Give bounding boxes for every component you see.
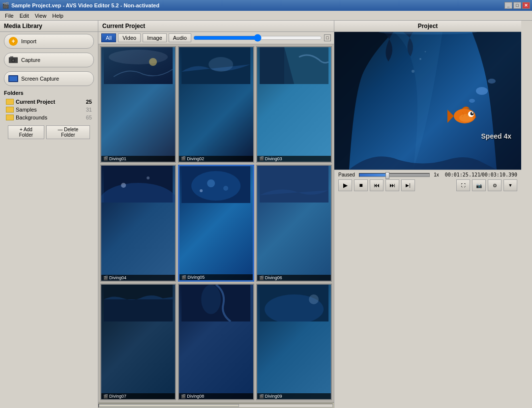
svg-rect-22 <box>104 299 173 321</box>
svg-point-5 <box>109 50 168 64</box>
svg-point-24 <box>201 285 221 314</box>
window-controls: _ □ ✕ <box>504 2 530 9</box>
speed-overlay-text: Speed 4x <box>481 132 511 140</box>
svg-point-17 <box>207 179 215 187</box>
svg-point-19 <box>200 189 203 192</box>
media-item-diving02[interactable]: 🎬 Diving02 <box>178 46 254 163</box>
svg-rect-20 <box>260 166 328 203</box>
menu-help[interactable]: Help <box>49 12 66 20</box>
filter-image[interactable]: Image <box>143 33 167 42</box>
svg-point-8 <box>208 57 233 72</box>
svg-point-39 <box>472 112 473 114</box>
svg-point-32 <box>412 70 414 73</box>
seek-bar[interactable] <box>359 173 430 177</box>
filter-all[interactable]: All <box>101 33 116 42</box>
svg-point-30 <box>488 79 496 84</box>
svg-point-27 <box>309 294 319 304</box>
preview-area: Speed 4x <box>334 32 521 170</box>
menu-file[interactable]: File <box>2 12 17 20</box>
expand-button[interactable]: ▼ <box>503 179 517 191</box>
media-item-diving04[interactable]: 🎬 Diving04 <box>100 165 176 282</box>
svg-point-3 <box>12 59 15 62</box>
media-item-diving05[interactable]: 🎬 Diving05 <box>178 165 254 282</box>
folder-backgrounds[interactable]: Backgrounds 65 <box>4 114 94 121</box>
add-folder-button[interactable]: + Add Folder <box>8 125 44 139</box>
import-button[interactable]: + Import <box>4 34 94 49</box>
filter-video[interactable]: Video <box>118 33 141 42</box>
media-item-diving06[interactable]: 🎬 Diving06 <box>256 165 332 282</box>
center-panel: Current Project All Video Image Audio □ … <box>98 21 334 408</box>
folders-section: Folders Current Project 25 Samples 31 Ba… <box>0 88 98 143</box>
screen-capture-button[interactable]: Screen Capture <box>4 71 94 86</box>
size-slider[interactable] <box>193 35 322 41</box>
cave-overlay <box>334 32 521 170</box>
fullscreen-button[interactable]: ⛶ <box>456 179 470 191</box>
svg-point-29 <box>476 87 488 95</box>
stop-button[interactable]: ■ <box>354 179 368 191</box>
svg-point-34 <box>425 51 426 53</box>
screen-capture-icon <box>8 74 18 84</box>
prev-frame-button[interactable]: ⏮ <box>370 179 384 191</box>
menubar: File Edit View Help <box>0 11 532 21</box>
media-item-diving07[interactable]: 🎬 Diving07 <box>100 284 176 400</box>
playback-speed: 1x <box>434 172 439 177</box>
scrollbar-thumb[interactable] <box>99 404 239 407</box>
menu-view[interactable]: View <box>32 12 50 20</box>
preview-header: Project <box>334 21 521 32</box>
current-project-header: Current Project <box>98 21 334 32</box>
total-time: 00:03:10.390 <box>482 172 517 177</box>
titlebar: 🎬 Sample Project.vep - AVS Video Editor … <box>0 0 532 11</box>
svg-rect-10 <box>260 47 284 84</box>
app-icon: 🎬 <box>2 2 9 9</box>
media-item-diving08[interactable]: 🎬 Diving08 <box>178 284 254 400</box>
folders-header: Folders <box>4 90 94 96</box>
menu-edit[interactable]: Edit <box>17 12 32 20</box>
controls-row: ▶ ■ ⏮ ⏭ ▶| ⛶ 📷 ⚙ ▼ <box>338 179 517 191</box>
folder-samples[interactable]: Samples 31 <box>4 106 94 114</box>
settings-button[interactable]: ⚙ <box>488 179 502 191</box>
media-library-header: Media Library <box>0 21 98 32</box>
snapshot-button[interactable]: 📷 <box>472 179 486 191</box>
delete-folder-button[interactable]: — Delete Folder <box>46 125 90 139</box>
svg-point-18 <box>223 186 228 191</box>
import-icon: + <box>8 36 18 46</box>
play-button[interactable]: ▶ <box>338 179 352 191</box>
media-item-diving09[interactable]: 🎬 Diving09 <box>256 284 332 400</box>
minimize-button[interactable]: _ <box>504 2 512 9</box>
folder-actions: + Add Folder — Delete Folder <box>8 125 90 139</box>
capture-button[interactable]: Capture <box>4 53 94 67</box>
next-frame-button[interactable]: ⏭ <box>385 179 399 191</box>
svg-point-16 <box>191 171 240 201</box>
svg-point-13 <box>121 183 126 188</box>
folder-icon <box>6 99 14 105</box>
transport-bar: Paused 1x 00:01:25.121 / 00:03:10.390 ▶ … <box>334 170 521 193</box>
filter-audio[interactable]: Audio <box>169 33 191 42</box>
progress-thumb[interactable] <box>385 172 389 179</box>
progress-fill <box>359 174 387 176</box>
grid-scrollbar[interactable] <box>98 402 334 408</box>
media-item-diving01[interactable]: 🎬 Diving01 <box>100 46 176 163</box>
left-panel: Media Library + Import Capture Screen Ca… <box>0 21 98 408</box>
svg-point-14 <box>147 176 149 179</box>
folder-icon <box>6 115 14 120</box>
media-item-diving03[interactable]: 🎬 Diving03 <box>256 46 332 163</box>
filter-bar: All Video Image Audio □ <box>98 32 334 44</box>
main-content: Media Library + Import Capture Screen Ca… <box>0 21 532 408</box>
folder-current-project[interactable]: Current Project 25 <box>4 98 94 106</box>
svg-point-6 <box>149 58 157 66</box>
frame-advance-button[interactable]: ▶| <box>401 179 415 191</box>
close-button[interactable]: ✕ <box>522 2 530 9</box>
svg-rect-1 <box>10 57 13 58</box>
preview-fish <box>447 102 482 130</box>
restore-button[interactable]: □ <box>513 2 521 9</box>
expand-button[interactable]: □ <box>324 34 331 41</box>
capture-icon <box>8 55 18 65</box>
transport-controls: ▶ ■ ⏮ ⏭ ▶| <box>338 179 415 191</box>
svg-point-33 <box>419 58 421 60</box>
title-text: Sample Project.vep - AVS Video Editor 5.… <box>11 2 504 8</box>
current-time: 00:01:25.121 <box>445 172 480 177</box>
playback-status: Paused <box>338 172 355 177</box>
extra-controls: ⛶ 📷 ⚙ ▼ <box>456 179 517 191</box>
right-panel: Project <box>334 21 521 408</box>
status-line: Paused 1x 00:01:25.121 / 00:03:10.390 <box>338 172 517 177</box>
